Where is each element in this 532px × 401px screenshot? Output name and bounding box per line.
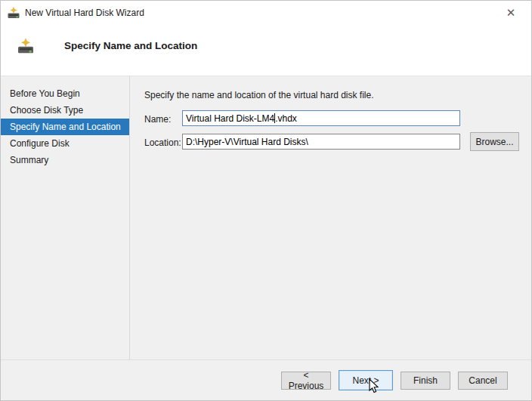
name-input-text-before-caret: Virtual Hard Disk-LM4 (186, 113, 274, 124)
title-bar: New Virtual Hard Disk Wizard ✕ (1, 1, 531, 25)
window-title: New Virtual Hard Disk Wizard (25, 8, 144, 18)
wizard-window: New Virtual Hard Disk Wizard ✕ Specify N… (0, 0, 532, 401)
close-icon[interactable]: ✕ (500, 4, 522, 22)
sidebar-item-summary[interactable]: Summary (1, 152, 129, 168)
new-vhd-icon (7, 6, 20, 20)
browse-button[interactable]: Browse... (470, 132, 519, 151)
footer-button-bar: < Previous Next > Finish Cancel (1, 359, 531, 400)
wizard-body: Before You Begin Choose Disk Type Specif… (1, 76, 531, 359)
location-input[interactable]: D:\Hyper-V\Virtual Hard Disks\ (182, 134, 460, 150)
finish-button[interactable]: Finish (401, 372, 450, 390)
sidebar-item-specify-name-and-location[interactable]: Specify Name and Location (1, 119, 129, 135)
new-vhd-icon (17, 37, 35, 55)
previous-button[interactable]: < Previous (281, 372, 331, 390)
sidebar-item-before-you-begin[interactable]: Before You Begin (1, 85, 129, 102)
name-input[interactable]: Virtual Hard Disk-LM4.vhdx (182, 110, 460, 126)
page-title: Specify Name and Location (64, 40, 197, 51)
name-input-text-after-caret: .vhdx (275, 113, 297, 124)
location-label: Location: (144, 137, 181, 148)
instruction-text: Specify the name and location of the vir… (144, 90, 374, 100)
sidebar-item-choose-disk-type[interactable]: Choose Disk Type (1, 102, 129, 119)
location-input-text: D:\Hyper-V\Virtual Hard Disks\ (186, 137, 308, 147)
sidebar-item-configure-disk[interactable]: Configure Disk (1, 135, 129, 152)
wizard-content: Specify the name and location of the vir… (131, 76, 531, 359)
cancel-button[interactable]: Cancel (458, 372, 508, 390)
next-button[interactable]: Next > (339, 370, 393, 390)
name-label: Name: (144, 114, 171, 125)
wizard-header: Specify Name and Location (1, 25, 531, 76)
wizard-steps-sidebar: Before You Begin Choose Disk Type Specif… (1, 76, 130, 359)
